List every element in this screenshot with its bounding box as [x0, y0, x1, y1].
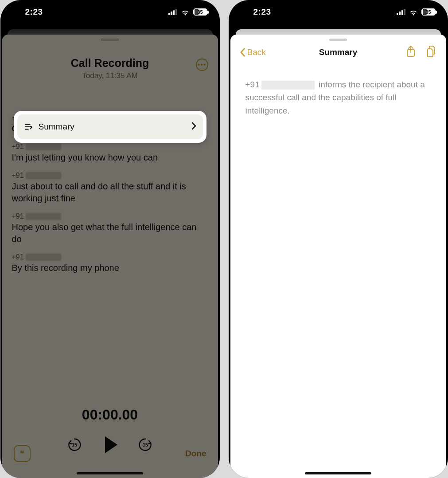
caller-prefix: +91 [12, 143, 24, 151]
documents-icon [426, 45, 437, 58]
caller-prefix: +91 [12, 172, 24, 180]
home-indicator[interactable] [77, 472, 143, 474]
summary-text-body: +91 informs the recipient about a succes… [230, 59, 446, 117]
caller-prefix: +91 [12, 253, 24, 261]
transcript-text: Just about to call and do all the stuff … [12, 180, 208, 204]
copy-button[interactable] [426, 45, 437, 59]
status-icons: 35 [397, 8, 436, 16]
redacted-number [26, 143, 61, 150]
redacted-number [26, 213, 61, 220]
quote-icon: ❝ [20, 449, 24, 458]
back-button[interactable]: Back [239, 47, 266, 57]
transcript-text: Hope you also get what the full intellig… [12, 221, 208, 245]
cellular-signal-icon [397, 9, 405, 15]
summary-label: Summary [39, 122, 185, 132]
home-indicator[interactable] [305, 472, 371, 474]
playback-timer: 00:00.00 [2, 407, 218, 423]
redacted-number [26, 172, 61, 179]
done-button[interactable]: Done [185, 449, 206, 458]
sheet-grabber[interactable] [101, 39, 119, 41]
transcript-text: By this recording my phone [12, 262, 208, 274]
caller-prefix: +91 [12, 212, 24, 220]
page-title: Call Recording [2, 57, 218, 70]
more-button[interactable]: ••• [196, 59, 208, 71]
wifi-icon [181, 9, 190, 15]
ellipsis-icon: ••• [198, 61, 206, 68]
status-time: 2:23 [25, 7, 43, 17]
page-subtitle: Today, 11:35 AM [2, 71, 218, 80]
transcript-entry: +91 I'm just letting you know how you ca… [12, 143, 208, 164]
battery-indicator: 35 [193, 8, 207, 16]
phone-right: 2:23 35 Back [229, 0, 448, 478]
status-bar: 2:23 35 [0, 0, 220, 24]
transcript-toggle-button[interactable]: ❝ [14, 445, 31, 462]
status-bar: 2:23 35 [229, 0, 448, 24]
back-label: Back [247, 47, 266, 57]
summary-row-card[interactable]: Summary [14, 111, 206, 143]
summary-icon [23, 122, 33, 132]
transcript-text: I'm just letting you know how you can [12, 152, 208, 164]
transcript-entry: +91 By this recording my phone [12, 253, 208, 274]
redacted-number [26, 254, 61, 261]
recording-sheet: Call Recording Today, 11:35 AM ••• +91 O… [2, 35, 218, 478]
share-button[interactable] [405, 45, 416, 59]
status-time: 2:23 [253, 7, 271, 17]
transcript-entry: +91 Hope you also get what the full inte… [12, 212, 208, 245]
chevron-left-icon [239, 47, 245, 57]
summary-sheet: Back Summary [230, 35, 446, 478]
transcript-entry: +91 Just about to call and do all the st… [12, 172, 208, 204]
battery-indicator: 35 [421, 8, 436, 16]
wifi-icon [409, 9, 418, 15]
cellular-signal-icon [168, 9, 177, 15]
share-icon [405, 45, 416, 58]
summary-prefix: +91 [245, 80, 260, 89]
status-icons: 35 [168, 8, 207, 16]
redacted-number [261, 81, 315, 90]
chevron-right-icon [191, 121, 197, 132]
phone-left: 2:23 35 Call Recording Today, [0, 0, 220, 478]
